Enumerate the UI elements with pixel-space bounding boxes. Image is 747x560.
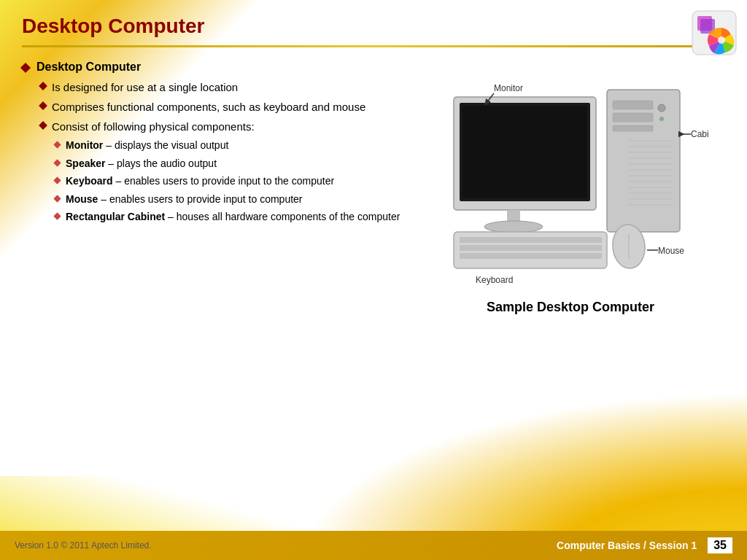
subsub-diamond-2 [54, 159, 61, 166]
footer-right: Computer Basics / Session 1 35 [557, 537, 732, 553]
subsub-bold-mouse: Mouse [66, 193, 98, 205]
sub-bullet-diamond-3 [39, 121, 47, 129]
sub-bullets-list: Is designed for use at a single location… [40, 79, 401, 225]
computer-illustration: Monitor [432, 68, 709, 294]
subsub-diamond-1 [54, 141, 61, 149]
svg-point-15 [658, 104, 665, 112]
subsub-rest-cabinet: – houses all hardware components of the … [165, 211, 400, 222]
main-bullet-text: Desktop Computer [36, 61, 141, 74]
svg-rect-14 [613, 125, 653, 131]
title-divider [22, 45, 725, 47]
subsub-text-keyboard: Keyboard – enables users to provide inpu… [66, 174, 401, 189]
subsub-bullet-monitor: Monitor – displays the visual output [55, 139, 401, 153]
subsub-text-speaker: Speaker – plays the audio output [66, 157, 401, 171]
slide-title: Desktop Computer [22, 15, 204, 38]
sub-bullet-text-3: Consist of following physical components… [52, 119, 401, 134]
subsub-bullets-list: Monitor – displays the visual output Spe… [55, 139, 401, 225]
content-area: Desktop Computer Is designed for use at … [22, 61, 725, 315]
image-caption: Sample Desktop Computer [487, 300, 654, 315]
subsub-bullet-speaker: Speaker – plays the audio output [55, 157, 401, 171]
main-bullet-item: Desktop Computer [22, 61, 401, 74]
svg-point-16 [659, 117, 664, 121]
subsub-bold-keyboard: Keyboard [66, 175, 113, 187]
subsub-text-cabinet: Rectangular Cabinet – houses all hardwar… [66, 210, 401, 225]
subsub-rest-mouse: – enables users to provide input to comp… [98, 193, 302, 205]
sub-bullet-diamond-1 [39, 82, 47, 90]
subsub-diamond-3 [54, 177, 61, 184]
svg-rect-32 [460, 245, 602, 251]
keyboard-label-text: Keyboard [476, 275, 513, 285]
subsub-diamond-4 [54, 195, 61, 202]
sub-bullet-3: Consist of following physical components… [40, 119, 401, 134]
slide-header: Desktop Computer [22, 15, 725, 38]
svg-rect-11 [607, 90, 680, 232]
app-logo [689, 7, 740, 58]
mouse-label-text: Mouse [658, 246, 684, 256]
svg-rect-12 [613, 101, 653, 109]
subsub-bold-monitor: Monitor [66, 139, 103, 151]
subsub-bullet-mouse: Mouse – enables users to provide input t… [55, 192, 401, 207]
subsub-diamond-5 [54, 213, 61, 220]
svg-point-4 [718, 36, 725, 44]
svg-point-9 [484, 221, 543, 233]
footer-page-number: 35 [708, 537, 732, 553]
monitor-label-text: Monitor [494, 83, 523, 93]
sub-bullet-2: Comprises functional components, such as… [40, 99, 401, 114]
sub-bullet-text-2: Comprises functional components, such as… [52, 99, 401, 114]
sub-bullet-text-1: Is designed for use at a single location [52, 79, 401, 95]
subsub-bold-cabinet: Rectangular Cabinet [66, 211, 165, 222]
subsub-rest-monitor: – displays the visual output [103, 139, 228, 151]
footer: Version 1.0 © 2011 Aptech Limited. Compu… [0, 531, 747, 560]
sub-bullet-1: Is designed for use at a single location [40, 79, 401, 95]
subsub-text-monitor: Monitor – displays the visual output [66, 139, 401, 153]
right-panel: Monitor [416, 61, 725, 315]
subsub-rest-keyboard: – enables users to provide input to the … [113, 175, 335, 187]
svg-rect-13 [613, 113, 653, 122]
svg-rect-33 [460, 253, 602, 259]
cabinet-label-text: Cabinet [691, 129, 709, 139]
left-panel: Desktop Computer Is designed for use at … [22, 61, 401, 315]
subsub-rest-speaker: – plays the audio output [105, 158, 217, 169]
bullet-diamond-red [20, 63, 31, 73]
svg-rect-7 [462, 106, 587, 198]
computer-image-container: Monitor [432, 68, 709, 294]
subsub-bold-speaker: Speaker [66, 158, 105, 169]
subsub-text-mouse: Mouse – enables users to provide input t… [66, 192, 401, 207]
subsub-bullet-keyboard: Keyboard – enables users to provide inpu… [55, 174, 401, 189]
svg-rect-31 [460, 237, 602, 243]
footer-copyright: Version 1.0 © 2011 Aptech Limited. [15, 540, 152, 551]
sub-bullet-diamond-2 [39, 101, 47, 109]
footer-session: Computer Basics / Session 1 [557, 540, 697, 551]
subsub-bullet-cabinet: Rectangular Cabinet – houses all hardwar… [55, 210, 401, 225]
